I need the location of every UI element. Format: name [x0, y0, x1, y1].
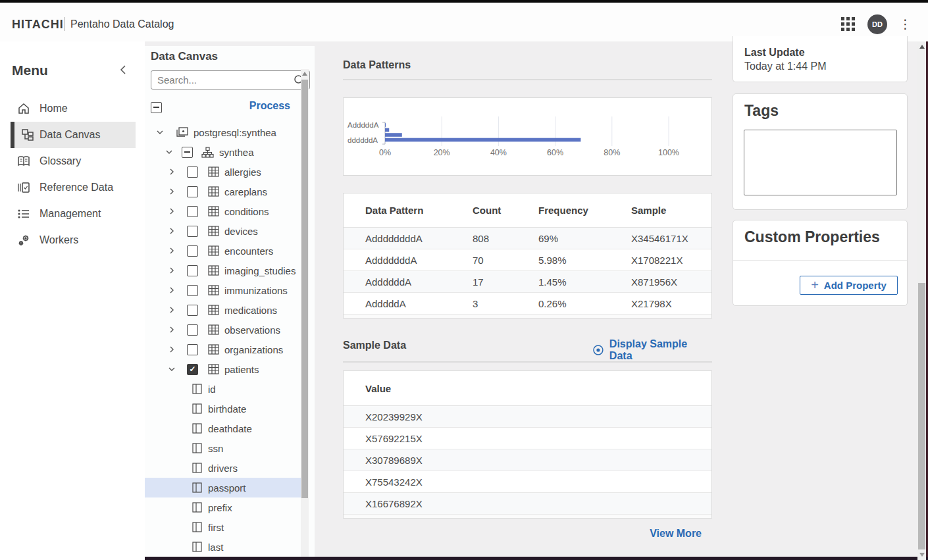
add-property-button[interactable]: + Add Property — [800, 276, 898, 295]
table-checkbox[interactable] — [187, 344, 198, 355]
sidebar-item-data-canvas[interactable]: Data Canvas — [11, 122, 136, 148]
table-checkbox[interactable] — [187, 364, 198, 375]
table-checkbox[interactable] — [187, 206, 198, 217]
sidebar-item-label: Data Canvas — [39, 129, 101, 141]
kebab-menu-icon[interactable]: ⋮ — [899, 15, 908, 34]
table-row[interactable]: X75543242X — [344, 471, 711, 493]
column-icon — [192, 542, 202, 552]
tree-scrollbar-thumb[interactable] — [301, 80, 308, 498]
svg-text:ddddddA: ddddddA — [348, 136, 378, 144]
column-icon — [192, 482, 202, 493]
tree-node-column-deathdate[interactable]: deathdate — [145, 419, 301, 438]
table-row[interactable]: AddddddddA80869%X34546171X — [344, 228, 711, 249]
tree-node-table-careplans[interactable]: careplans — [145, 182, 301, 201]
sidebar-item-glossary[interactable]: Glossary — [11, 148, 136, 174]
management-icon — [17, 207, 30, 220]
table-header: Data Pattern Count Frequency Sample — [344, 193, 711, 228]
sidebar-item-management[interactable]: Management — [11, 201, 136, 227]
main-scrollbar-down-arrow[interactable] — [919, 553, 925, 557]
apps-grid-icon[interactable] — [841, 17, 856, 32]
tree-node-table-organizations[interactable]: organizations — [145, 340, 301, 359]
table-overflow-hint — [344, 515, 711, 518]
table-row[interactable]: AddddddA171.45%X871956X — [344, 271, 711, 293]
product-title: Pentaho Data Catalog — [70, 18, 174, 30]
collapse-sidebar-icon[interactable] — [118, 64, 129, 75]
tree-node-table-medications[interactable]: medications — [145, 300, 301, 320]
process-button[interactable]: Process — [249, 100, 290, 112]
sidebar-item-workers[interactable]: Workers — [11, 227, 136, 253]
data-canvas-panel: Data Canvas Process postgresql:synthea s… — [145, 46, 315, 557]
main-scrollbar-thumb[interactable] — [918, 283, 925, 549]
process-row: Process — [151, 99, 302, 113]
table-row[interactable]: X20239929X — [344, 406, 711, 428]
sidebar-item-reference-data[interactable]: Reference Data — [11, 174, 136, 201]
tree-scrollbar-up-arrow[interactable] — [302, 72, 307, 76]
svg-text:40%: 40% — [490, 148, 507, 157]
sample-data-table: Value X20239929XX57692215XX30789689XX755… — [343, 370, 712, 519]
table-row[interactable]: X57692215X — [344, 428, 711, 449]
table-row[interactable]: X16676892X — [344, 493, 711, 515]
table-icon — [208, 245, 219, 256]
schema-checkbox[interactable] — [182, 147, 193, 158]
tree-node-column-passport[interactable]: passport — [145, 478, 301, 497]
column-icon — [192, 522, 202, 532]
main-scrollbar-up-arrow[interactable] — [919, 45, 925, 49]
table-row[interactable]: AdddddA30.26%X21798X — [344, 293, 711, 315]
table-checkbox[interactable] — [187, 324, 198, 336]
select-all-checkbox[interactable] — [151, 102, 162, 113]
tree-node-column-id[interactable]: id — [145, 379, 301, 399]
column-icon — [192, 502, 202, 513]
table-checkbox[interactable] — [187, 265, 198, 276]
data-pattern-table: Data Pattern Count Frequency Sample Addd… — [343, 193, 712, 318]
table-checkbox[interactable] — [187, 226, 198, 237]
display-sample-data-button[interactable]: Display Sample Data — [592, 338, 712, 362]
sidebar-item-home[interactable]: Home — [11, 95, 136, 122]
table-row[interactable]: AdddddddA705.98%X1708221X — [344, 249, 711, 271]
table-checkbox[interactable] — [187, 305, 198, 316]
tree-node-table-encounters[interactable]: encounters — [145, 241, 301, 261]
tree-node-table-conditions[interactable]: conditions — [145, 201, 301, 221]
tree-node-root[interactable]: postgresql:synthea — [145, 122, 301, 142]
tree-node-column-ssn[interactable]: ssn — [145, 438, 301, 458]
tree-node-table-patients[interactable]: patients — [145, 359, 301, 379]
tree-node-column-first[interactable]: first — [145, 517, 301, 537]
header-divider — [64, 17, 64, 31]
tree-node-table-devices[interactable]: devices — [145, 221, 301, 241]
tree-node-column-prefix[interactable]: prefix — [145, 497, 301, 517]
tree-node-column-last[interactable]: last — [145, 537, 301, 557]
table-icon — [208, 364, 219, 374]
table-checkbox[interactable] — [187, 245, 198, 257]
window-bottom-strip — [145, 557, 928, 560]
sidebar-item-label: Workers — [39, 234, 78, 246]
table-row[interactable]: X30789689X — [344, 449, 711, 471]
display-sample-data-label: Display Sample Data — [609, 338, 712, 362]
schema-icon — [201, 147, 214, 158]
sidebar-item-label: Management — [39, 208, 101, 220]
tree-node-table-imaging_studies[interactable]: imaging_studies — [145, 261, 301, 280]
col-data-pattern: Data Pattern — [365, 205, 473, 216]
table-icon — [208, 305, 219, 315]
plus-icon: + — [811, 278, 819, 292]
section-divider — [343, 361, 712, 363]
tree-node-table-observations[interactable]: observations — [145, 320, 301, 340]
table-checkbox[interactable] — [187, 285, 198, 296]
search-input[interactable] — [151, 70, 310, 89]
view-more-link[interactable]: View More — [592, 528, 702, 540]
tree-node-table-allergies[interactable]: allergies — [145, 162, 301, 182]
tree-node-column-drivers[interactable]: drivers — [145, 458, 301, 478]
add-property-label: Add Property — [824, 280, 887, 291]
svg-text:100%: 100% — [658, 148, 679, 157]
card-divider — [733, 260, 907, 261]
tree-node-schema[interactable]: synthea — [145, 142, 301, 162]
tags-input-area[interactable] — [744, 130, 897, 195]
table-icon — [208, 206, 219, 216]
avatar[interactable]: DD — [867, 14, 887, 34]
tree-node-column-birthdate[interactable]: birthdate — [145, 399, 301, 419]
tree-node-table-immunizations[interactable]: immunizations — [145, 280, 301, 300]
table-checkbox[interactable] — [187, 166, 198, 178]
sidebar-item-label: Home — [39, 103, 68, 115]
table-icon — [208, 265, 219, 276]
last-update-label: Last Update — [744, 47, 805, 59]
table-icon — [208, 285, 219, 295]
table-checkbox[interactable] — [187, 186, 198, 197]
